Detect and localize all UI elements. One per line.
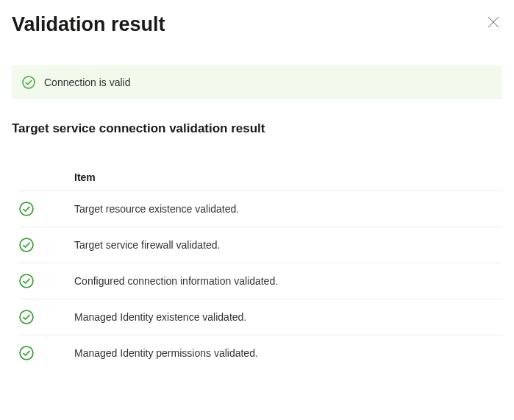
svg-point-3 [20, 274, 33, 288]
column-item-label: Item [74, 171, 96, 183]
table-row: Target service firewall validated. [19, 227, 502, 263]
table-row: Managed Identity existence validated. [19, 299, 502, 335]
svg-point-4 [20, 310, 33, 324]
close-icon [488, 16, 499, 30]
checkmark-circle-icon [19, 238, 34, 252]
row-item-text: Managed Identity permissions validated. [74, 347, 258, 359]
section-title: Target service connection validation res… [12, 121, 502, 136]
checkmark-circle-icon [22, 76, 35, 89]
row-status-icon [19, 310, 74, 324]
row-item-text: Target service firewall validated. [74, 239, 220, 251]
close-button[interactable] [485, 13, 502, 33]
svg-point-5 [20, 346, 33, 360]
header: Validation result [12, 13, 502, 36]
row-status-icon [19, 238, 74, 252]
checkmark-circle-icon [19, 310, 34, 324]
table-header: Item [19, 164, 502, 191]
svg-point-2 [20, 238, 33, 252]
status-banner: Connection is valid [12, 65, 502, 99]
table-row: Managed Identity permissions validated. [19, 335, 502, 371]
svg-point-1 [20, 202, 33, 216]
row-status-icon [19, 346, 74, 360]
checkmark-circle-icon [19, 346, 34, 360]
checkmark-circle-icon [19, 274, 34, 288]
checkmark-circle-icon [19, 202, 34, 216]
row-status-icon [19, 202, 74, 216]
row-item-text: Target resource existence validated. [74, 203, 239, 215]
svg-point-0 [23, 76, 35, 88]
column-status [19, 171, 74, 183]
row-item-text: Managed Identity existence validated. [74, 311, 246, 323]
table-row: Configured connection information valida… [19, 263, 502, 299]
table-row: Target resource existence validated. [19, 191, 502, 227]
row-status-icon [19, 274, 74, 288]
validation-table: Item Target resource existence validated… [12, 164, 502, 371]
row-item-text: Configured connection information valida… [74, 275, 278, 287]
banner-message: Connection is valid [44, 76, 131, 88]
page-title: Validation result [12, 13, 165, 36]
